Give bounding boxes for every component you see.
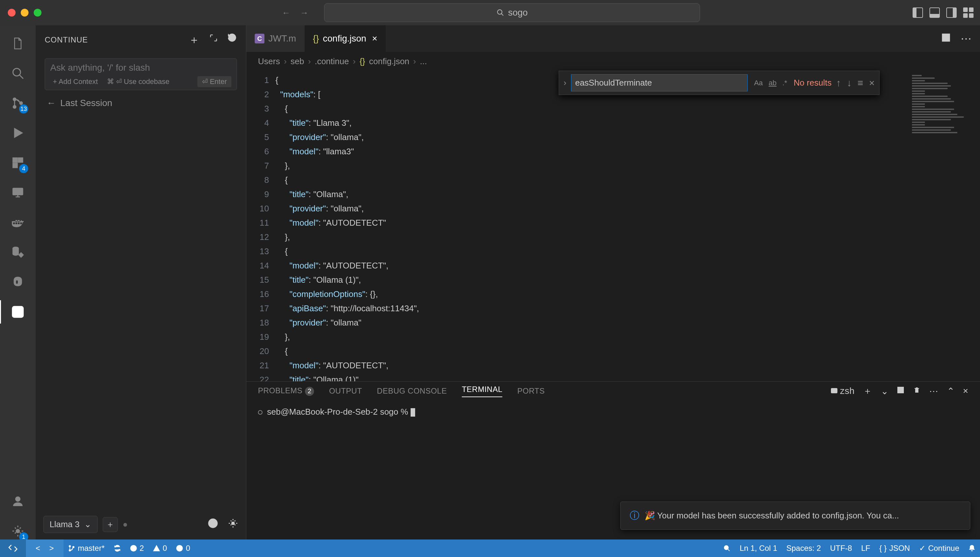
svg-point-2 (13, 68, 20, 76)
find-expand-icon[interactable]: › (564, 78, 567, 88)
find-input[interactable] (571, 74, 748, 91)
sync-icon[interactable] (109, 545, 125, 552)
find-next-icon[interactable]: ↓ (847, 78, 852, 88)
status-spaces[interactable]: Spaces: 2 (782, 544, 826, 553)
tab-jwt[interactable]: C JWT.m (246, 25, 305, 52)
search-icon[interactable] (10, 65, 26, 82)
docker-icon[interactable] (10, 214, 26, 231)
toggle-panel-icon[interactable] (930, 7, 940, 18)
last-session-link[interactable]: ← Last Session (36, 90, 246, 116)
sql-tools-icon[interactable] (10, 244, 26, 261)
svg-point-18 (232, 522, 234, 524)
minimize-window-button[interactable] (21, 9, 29, 16)
source-control-icon[interactable]: 13 (10, 94, 26, 112)
panel-tabs: PROBLEMS2 OUTPUT DEBUG CONSOLE TERMINAL … (246, 382, 980, 397)
svg-rect-9 (18, 158, 23, 162)
breadcrumb-item[interactable]: seb (291, 56, 304, 67)
history-icon[interactable] (227, 33, 237, 47)
status-warnings[interactable]: 0 (148, 544, 171, 553)
regex-icon[interactable]: .* (780, 78, 789, 88)
split-terminal-icon[interactable] (897, 386, 905, 396)
remote-indicator[interactable] (0, 539, 26, 557)
toggle-secondary-sidebar-icon[interactable] (946, 7, 957, 18)
panel-tab-debug-console[interactable]: DEBUG CONSOLE (377, 386, 447, 396)
match-whole-word-icon[interactable]: ab (767, 78, 778, 88)
status-errors[interactable]: 2 (125, 544, 148, 553)
panel-tab-problems[interactable]: PROBLEMS2 (258, 386, 314, 396)
find-close-icon[interactable]: × (869, 78, 875, 88)
notifications-bell-icon[interactable] (964, 545, 980, 552)
breadcrumb-item[interactable]: ... (420, 56, 427, 67)
breadcrumb-item[interactable]: Users (258, 56, 280, 67)
command-center-search[interactable]: sogo (324, 3, 700, 22)
status-eol[interactable]: LF (856, 544, 875, 553)
layout-controls (913, 7, 973, 18)
notification-toast[interactable]: ⓘ 🎉 Your model has been successfully add… (620, 502, 970, 530)
json-file-icon: {} (313, 33, 319, 44)
close-tab-icon[interactable]: × (372, 33, 377, 44)
add-model-button[interactable]: ＋ (103, 517, 118, 532)
ask-input-box[interactable]: + Add Context ⌘ ⏎ Use codebase ⏎ Enter (45, 59, 237, 90)
expand-icon[interactable] (209, 33, 218, 47)
breadcrumb-item[interactable]: .continue (315, 56, 349, 67)
nav-forward-icon[interactable]: → (300, 8, 309, 18)
zoom-window-button[interactable] (34, 9, 41, 16)
minimap[interactable] (909, 71, 980, 381)
settings-gear-icon[interactable]: 1 (10, 523, 26, 539)
status-continue[interactable]: ✓ Continue (915, 544, 964, 553)
continue-icon[interactable] (10, 303, 26, 320)
chevron-down-icon: ⌄ (84, 520, 91, 529)
customize-layout-icon[interactable] (963, 7, 973, 18)
status-angle-right[interactable]: > (45, 544, 59, 553)
notification-text: 🎉 Your model has been successfully added… (645, 511, 899, 521)
explorer-icon[interactable] (10, 35, 26, 52)
accounts-icon[interactable] (10, 493, 26, 510)
maximize-panel-icon[interactable]: ⌃ (947, 386, 955, 396)
split-editor-icon[interactable] (941, 33, 951, 45)
panel-tab-ports[interactable]: PORTS (517, 386, 545, 396)
status-cursor[interactable]: Ln 1, Col 1 (735, 544, 782, 553)
add-context-hint[interactable]: + Add Context (50, 77, 101, 86)
gear-icon[interactable] (228, 518, 238, 531)
svg-rect-10 (13, 163, 17, 168)
remote-explorer-icon[interactable] (10, 184, 26, 201)
svg-rect-8 (13, 158, 17, 162)
git-branch[interactable]: master* (63, 544, 109, 553)
terminal-profile-icon[interactable]: zsh (830, 386, 855, 396)
ask-input[interactable] (50, 63, 231, 73)
panel-tab-terminal[interactable]: TERMINAL (462, 385, 502, 397)
terminal-dropdown-icon[interactable]: ⌄ (881, 386, 889, 396)
breadcrumbs[interactable]: Users› seb› .continue› {} config.json› .… (246, 52, 980, 71)
tab-config-json[interactable]: {} config.json × (305, 25, 386, 52)
find-prev-icon[interactable]: ↑ (836, 78, 841, 88)
extensions-icon[interactable]: 4 (10, 154, 26, 171)
model-name: Llama 3 (50, 520, 80, 529)
svg-marker-7 (15, 129, 22, 137)
panel-tab-output[interactable]: OUTPUT (329, 386, 362, 396)
run-debug-icon[interactable] (10, 124, 26, 142)
close-panel-icon[interactable]: × (963, 386, 968, 396)
status-encoding[interactable]: UTF-8 (826, 544, 856, 553)
kill-terminal-icon[interactable] (913, 386, 921, 396)
new-session-icon[interactable]: ＋ (189, 33, 200, 47)
find-selection-icon[interactable]: ≡ (858, 78, 863, 88)
help-icon[interactable] (208, 518, 218, 531)
nav-back-icon[interactable]: ← (282, 8, 290, 18)
terminal-body[interactable]: seb@MacBook-Pro-de-Seb-2 sogo % (246, 397, 980, 427)
close-window-button[interactable] (8, 9, 16, 16)
status-ports[interactable]: 0 (171, 544, 195, 553)
toggle-primary-sidebar-icon[interactable] (913, 7, 923, 18)
ext-badge: 4 (19, 164, 28, 173)
status-language[interactable]: { } JSON (875, 544, 915, 553)
breadcrumb-item[interactable]: config.json (369, 56, 409, 67)
model-select[interactable]: Llama 3 ⌄ (44, 516, 98, 533)
copilot-icon[interactable] (10, 274, 26, 290)
status-angle-left[interactable]: < (31, 544, 45, 553)
more-terminal-icon[interactable]: ⋯ (929, 386, 939, 396)
more-actions-icon[interactable]: ⋯ (960, 32, 972, 45)
new-terminal-icon[interactable]: ＋ (863, 385, 873, 397)
zoom-icon[interactable] (719, 545, 735, 552)
code-editor[interactable]: 1234567891011121314151617181920212223 { … (246, 71, 980, 381)
code-content[interactable]: { "models": [ { "title": "Llama 3", "pro… (275, 71, 909, 381)
match-case-icon[interactable]: Aa (752, 78, 765, 88)
